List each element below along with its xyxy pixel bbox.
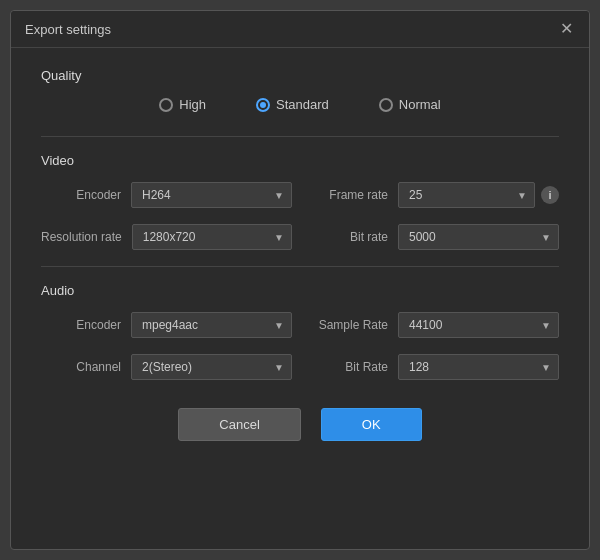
video-resolution-col: Resolution rate 640x480 1280x720 1920x10… <box>41 224 292 250</box>
audio-divider <box>41 266 559 267</box>
audio-encoder-col: Encoder mpeg4aac mp3 aac ogg ▼ <box>41 312 292 338</box>
video-bitrate-wrapper: 1000 2000 3000 5000 8000 10000 ▼ <box>398 224 559 250</box>
quality-normal-radio[interactable] <box>379 98 393 112</box>
audio-bitrate-col: Bit Rate 64 128 192 256 320 ▼ <box>308 354 559 380</box>
quality-high-option[interactable]: High <box>159 97 206 112</box>
video-encoder-col: Encoder H264 H265 VP8 VP9 ▼ <box>41 182 292 208</box>
audio-samplerate-wrapper: 22050 44100 48000 96000 ▼ <box>398 312 559 338</box>
button-row: Cancel OK <box>41 408 559 451</box>
audio-channel-select[interactable]: 1(Mono) 2(Stereo) <box>131 354 292 380</box>
cancel-button[interactable]: Cancel <box>178 408 300 441</box>
quality-options: High Standard Normal <box>41 97 559 112</box>
audio-row-2: Channel 1(Mono) 2(Stereo) ▼ Bit Rate 64 … <box>41 354 559 380</box>
video-encoder-wrapper: H264 H265 VP8 VP9 ▼ <box>131 182 292 208</box>
video-bitrate-select[interactable]: 1000 2000 3000 5000 8000 10000 <box>398 224 559 250</box>
audio-bitrate-select[interactable]: 64 128 192 256 320 <box>398 354 559 380</box>
video-divider <box>41 136 559 137</box>
quality-section-label: Quality <box>41 68 559 83</box>
audio-bitrate-label: Bit Rate <box>308 360 398 374</box>
audio-row-1: Encoder mpeg4aac mp3 aac ogg ▼ Sample Ra… <box>41 312 559 338</box>
video-section-label: Video <box>41 153 559 168</box>
video-encoder-label: Encoder <box>41 188 131 202</box>
video-resolution-wrapper: 640x480 1280x720 1920x1080 3840x2160 ▼ <box>132 224 292 250</box>
audio-samplerate-col: Sample Rate 22050 44100 48000 96000 ▼ <box>308 312 559 338</box>
audio-encoder-label: Encoder <box>41 318 131 332</box>
video-framerate-col: Frame rate 15 24 25 30 60 ▼ i <box>308 182 559 208</box>
quality-standard-radio[interactable] <box>256 98 270 112</box>
audio-bitrate-wrapper: 64 128 192 256 320 ▼ <box>398 354 559 380</box>
title-bar: Export settings ✕ <box>11 11 589 48</box>
video-row-2: Resolution rate 640x480 1280x720 1920x10… <box>41 224 559 250</box>
video-resolution-select[interactable]: 640x480 1280x720 1920x1080 3840x2160 <box>132 224 292 250</box>
video-framerate-select[interactable]: 15 24 25 30 60 <box>398 182 535 208</box>
quality-high-label: High <box>179 97 206 112</box>
quality-normal-label: Normal <box>399 97 441 112</box>
audio-channel-col: Channel 1(Mono) 2(Stereo) ▼ <box>41 354 292 380</box>
quality-high-radio[interactable] <box>159 98 173 112</box>
export-settings-dialog: Export settings ✕ Quality High Standard … <box>10 10 590 550</box>
video-framerate-label: Frame rate <box>308 188 398 202</box>
close-button[interactable]: ✕ <box>558 21 575 37</box>
video-bitrate-col: Bit rate 1000 2000 3000 5000 8000 10000 … <box>308 224 559 250</box>
audio-samplerate-label: Sample Rate <box>308 318 398 332</box>
quality-standard-option[interactable]: Standard <box>256 97 329 112</box>
video-encoder-select[interactable]: H264 H265 VP8 VP9 <box>131 182 292 208</box>
audio-channel-label: Channel <box>41 360 131 374</box>
audio-encoder-wrapper: mpeg4aac mp3 aac ogg ▼ <box>131 312 292 338</box>
video-resolution-label: Resolution rate <box>41 230 132 244</box>
dialog-title: Export settings <box>25 22 111 37</box>
video-bitrate-label: Bit rate <box>308 230 398 244</box>
audio-samplerate-select[interactable]: 22050 44100 48000 96000 <box>398 312 559 338</box>
ok-button[interactable]: OK <box>321 408 422 441</box>
audio-section-label: Audio <box>41 283 559 298</box>
video-framerate-wrapper: 15 24 25 30 60 ▼ <box>398 182 535 208</box>
quality-normal-option[interactable]: Normal <box>379 97 441 112</box>
video-row-1: Encoder H264 H265 VP8 VP9 ▼ Frame rate 1… <box>41 182 559 208</box>
framerate-info-icon[interactable]: i <box>541 186 559 204</box>
quality-standard-label: Standard <box>276 97 329 112</box>
audio-channel-wrapper: 1(Mono) 2(Stereo) ▼ <box>131 354 292 380</box>
audio-encoder-select[interactable]: mpeg4aac mp3 aac ogg <box>131 312 292 338</box>
